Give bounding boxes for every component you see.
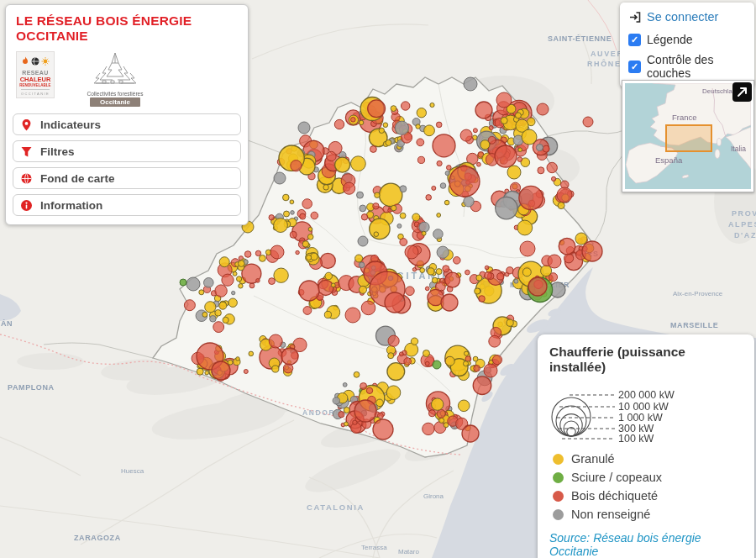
chaufferie-marker[interactable] [339, 412, 344, 418]
chaufferie-marker[interactable] [351, 118, 356, 123]
chaufferie-marker[interactable] [274, 172, 286, 184]
chaufferie-marker[interactable] [489, 126, 493, 130]
chaufferie-marker[interactable] [351, 156, 366, 171]
menu-item-information[interactable]: Information [13, 194, 241, 216]
chaufferie-marker[interactable] [376, 399, 384, 407]
chaufferie-marker[interactable] [419, 222, 429, 232]
chaufferie-marker[interactable] [232, 291, 235, 294]
chaufferie-marker[interactable] [436, 122, 442, 128]
legend-checkbox[interactable]: ✓ [628, 34, 641, 46]
chaufferie-marker[interactable] [412, 213, 420, 221]
chaufferie-marker[interactable] [180, 279, 186, 286]
chaufferie-marker[interactable] [327, 151, 336, 161]
chaufferie-marker[interactable] [298, 122, 310, 134]
chaufferie-marker[interactable] [335, 157, 350, 172]
chaufferie-marker[interactable] [344, 422, 349, 426]
chaufferie-marker[interactable] [215, 285, 227, 297]
chaufferie-marker[interactable] [400, 186, 407, 192]
chaufferie-marker[interactable] [354, 371, 360, 377]
chaufferie-marker[interactable] [441, 294, 458, 311]
chaufferie-marker[interactable] [424, 125, 435, 136]
chaufferie-marker[interactable] [582, 241, 602, 261]
chaufferie-marker[interactable] [387, 363, 405, 381]
chaufferie-marker[interactable] [536, 145, 543, 151]
chaufferie-marker[interactable] [464, 361, 469, 366]
chaufferie-marker[interactable] [391, 106, 396, 112]
chaufferie-marker[interactable] [417, 108, 426, 118]
chaufferie-marker[interactable] [428, 410, 435, 417]
menu-item-filtres[interactable]: Filtres [13, 140, 241, 162]
chaufferie-marker[interactable] [308, 227, 312, 231]
chaufferie-marker[interactable] [423, 350, 430, 357]
chaufferie-marker[interactable] [359, 262, 365, 268]
chaufferie-marker[interactable] [476, 275, 482, 281]
chaufferie-marker[interactable] [460, 129, 472, 141]
chaufferie-marker[interactable] [344, 408, 349, 413]
chaufferie-marker[interactable] [420, 268, 425, 273]
chaufferie-marker[interactable] [558, 203, 564, 209]
chaufferie-marker[interactable] [379, 128, 384, 133]
chaufferie-marker[interactable] [548, 255, 561, 268]
chaufferie-marker[interactable] [249, 283, 255, 288]
chaufferie-marker[interactable] [559, 238, 575, 255]
chaufferie-marker[interactable] [272, 366, 279, 372]
chaufferie-marker[interactable] [440, 183, 446, 189]
chaufferie-marker[interactable] [405, 245, 418, 259]
chaufferie-marker[interactable] [302, 241, 308, 247]
chaufferie-marker[interactable] [219, 302, 227, 309]
chaufferie-marker[interactable] [445, 171, 449, 176]
chaufferie-marker[interactable] [400, 239, 407, 246]
chaufferie-marker[interactable] [325, 272, 333, 280]
chaufferie-marker[interactable] [406, 287, 415, 296]
chaufferie-marker[interactable] [300, 213, 306, 219]
legend-checkbox-row[interactable]: ✓ Légende [628, 33, 746, 46]
chaufferie-marker[interactable] [281, 348, 298, 365]
chaufferie-marker[interactable] [199, 290, 204, 295]
chaufferie-marker[interactable] [324, 311, 331, 318]
chaufferie-marker[interactable] [514, 279, 518, 283]
chaufferie-marker[interactable] [433, 134, 455, 157]
inset-minimap[interactable]: Deutschland France España Italia [622, 80, 754, 192]
chaufferie-marker[interactable] [501, 117, 507, 124]
chaufferie-marker[interactable] [445, 356, 454, 366]
chaufferie-marker[interactable] [489, 335, 501, 347]
chaufferie-marker[interactable] [474, 366, 480, 372]
chaufferie-marker[interactable] [519, 186, 543, 209]
chaufferie-marker[interactable] [370, 218, 390, 239]
chaufferie-marker[interactable] [228, 360, 233, 365]
chaufferie-marker[interactable] [334, 119, 344, 129]
chaufferie-marker[interactable] [397, 224, 402, 228]
chaufferie-marker[interactable] [256, 279, 260, 283]
chaufferie-marker[interactable] [518, 148, 522, 152]
chaufferie-marker[interactable] [537, 103, 549, 115]
chaufferie-marker[interactable] [432, 277, 438, 283]
chaufferie-marker[interactable] [426, 195, 432, 201]
chaufferie-marker[interactable] [492, 355, 501, 365]
expand-button[interactable] [732, 82, 752, 102]
chaufferie-marker[interactable] [520, 241, 535, 256]
chaufferie-marker[interactable] [437, 213, 441, 218]
chaufferie-marker[interactable] [353, 420, 357, 424]
chaufferie-marker[interactable] [274, 218, 288, 233]
chaufferie-marker[interactable] [422, 231, 426, 235]
chaufferie-marker[interactable] [417, 156, 424, 163]
chaufferie-marker[interactable] [507, 267, 513, 274]
chaufferie-marker[interactable] [497, 273, 504, 280]
chaufferie-marker[interactable] [358, 236, 368, 246]
chaufferie-marker[interactable] [411, 338, 417, 345]
chaufferie-marker[interactable] [303, 307, 312, 315]
chaufferie-marker[interactable] [269, 278, 276, 285]
chaufferie-marker[interactable] [205, 371, 209, 375]
chaufferie-marker[interactable] [388, 335, 399, 346]
chaufferie-marker[interactable] [484, 364, 497, 377]
chaufferie-marker[interactable] [473, 356, 478, 361]
chaufferie-marker[interactable] [388, 353, 394, 359]
chaufferie-marker[interactable] [404, 358, 412, 366]
chaufferie-marker[interactable] [443, 266, 449, 272]
login-link[interactable]: Se connecter [628, 10, 746, 24]
chaufferie-marker[interactable] [480, 140, 490, 150]
chaufferie-marker[interactable] [357, 192, 364, 198]
chaufferie-marker[interactable] [270, 245, 284, 259]
chaufferie-marker[interactable] [395, 121, 408, 134]
chaufferie-marker[interactable] [496, 92, 512, 108]
